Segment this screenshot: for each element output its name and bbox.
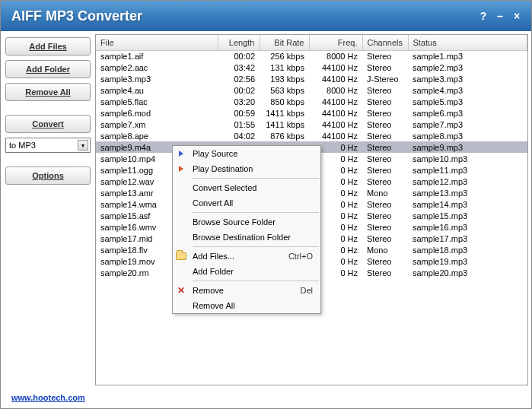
table-row[interactable]: sample6.mod00:591411 kbps44100 HzStereos… bbox=[96, 107, 527, 119]
cell-status: sample7.mp3 bbox=[408, 119, 527, 130]
options-button[interactable]: Options bbox=[5, 166, 91, 185]
col-freq[interactable]: Freq. bbox=[309, 35, 362, 50]
cell-channels: Stereo bbox=[362, 50, 408, 62]
remove-all-button[interactable]: Remove All bbox=[5, 83, 91, 101]
cell-channels: Stereo bbox=[362, 107, 408, 119]
cell-status: sample6.mp3 bbox=[408, 107, 527, 119]
cell-channels: Stereo bbox=[362, 84, 408, 96]
cell-file: sample1.aif bbox=[96, 50, 218, 62]
menu-browse-source[interactable]: Browse Source Folder bbox=[173, 214, 320, 230]
cell-freq: 44100 Hz bbox=[309, 62, 362, 73]
menu-separator bbox=[193, 178, 319, 179]
cell-channels: Stereo bbox=[362, 130, 408, 141]
format-select[interactable]: to MP3 ▾ bbox=[5, 138, 91, 153]
cell-status: sample17.mp3 bbox=[408, 233, 527, 244]
cell-bitrate: 256 kbps bbox=[260, 50, 309, 62]
cell-file: sample2.aac bbox=[96, 62, 218, 73]
cell-freq: 44100 Hz bbox=[309, 130, 362, 141]
cell-freq: 44100 Hz bbox=[309, 119, 362, 130]
play-icon bbox=[173, 166, 190, 172]
cell-freq: 44100 Hz bbox=[309, 107, 362, 119]
menu-convert-selected[interactable]: Convert Selected bbox=[173, 180, 320, 195]
format-select-value: to MP3 bbox=[9, 141, 36, 150]
table-row[interactable]: sample4.au00:02563 kbps8000 HzStereosamp… bbox=[96, 84, 527, 96]
cell-file: sample8.ape bbox=[96, 130, 218, 141]
add-files-button[interactable]: Add Files bbox=[5, 37, 91, 55]
cell-status: sample2.mp3 bbox=[408, 62, 527, 73]
cell-bitrate: 193 kbps bbox=[260, 73, 309, 84]
menu-separator bbox=[193, 246, 319, 247]
cell-channels: Stereo bbox=[362, 164, 408, 176]
col-channels[interactable]: Channels bbox=[362, 35, 408, 50]
cell-channels: Stereo bbox=[362, 255, 408, 267]
footer: www.hootech.com bbox=[1, 388, 531, 407]
menu-separator bbox=[193, 281, 319, 281]
menu-convert-all[interactable]: Convert All bbox=[173, 195, 320, 211]
window-title: AIFF MP3 Converter bbox=[11, 8, 473, 24]
content-area: Add Files Add Folder Remove All Convert … bbox=[1, 31, 531, 388]
cell-channels: Stereo bbox=[362, 233, 408, 244]
menu-browse-dest[interactable]: Browse Destination Folder bbox=[173, 230, 320, 245]
cell-file: sample4.au bbox=[96, 84, 218, 96]
table-row[interactable]: sample1.aif00:02256 kbps8000 HzStereosam… bbox=[96, 50, 527, 62]
file-list-panel: File Length Bit Rate Freq. Channels Stat… bbox=[95, 34, 528, 385]
table-row[interactable]: sample3.mp302:56193 kbps44100 HzJ-Stereo… bbox=[96, 73, 527, 84]
cell-file: sample7.xm bbox=[96, 119, 218, 130]
cell-channels: Stereo bbox=[362, 221, 408, 233]
table-row[interactable]: sample5.flac03:20850 kbps44100 HzStereos… bbox=[96, 96, 527, 107]
delete-icon: ✕ bbox=[173, 285, 190, 296]
add-folder-button[interactable]: Add Folder bbox=[5, 60, 91, 78]
cell-file: sample3.mp3 bbox=[96, 73, 218, 84]
cell-status: sample10.mp3 bbox=[408, 153, 527, 164]
cell-length: 02:56 bbox=[218, 73, 260, 84]
cell-channels: Stereo bbox=[362, 198, 408, 210]
menu-play-source[interactable]: Play Source bbox=[173, 146, 320, 161]
menu-remove-all[interactable]: Remove All bbox=[173, 298, 320, 313]
cell-length: 01:55 bbox=[218, 119, 260, 130]
table-row[interactable]: sample7.xm01:551411 kbps44100 HzStereosa… bbox=[96, 119, 527, 130]
cell-status: sample4.mp3 bbox=[408, 84, 527, 96]
cell-bitrate: 1411 kbps bbox=[260, 107, 309, 119]
minimize-button[interactable]: – bbox=[493, 10, 507, 22]
cell-bitrate: 131 kbps bbox=[260, 62, 309, 73]
cell-channels: Stereo bbox=[362, 176, 408, 187]
cell-file: sample6.mod bbox=[96, 107, 218, 119]
col-bitrate[interactable]: Bit Rate bbox=[260, 35, 309, 50]
table-row[interactable]: sample2.aac03:42131 kbps44100 HzStereosa… bbox=[96, 62, 527, 73]
cell-channels: Stereo bbox=[362, 96, 408, 107]
cell-status: sample16.mp3 bbox=[408, 221, 527, 233]
cell-freq: 8000 Hz bbox=[309, 84, 362, 96]
titlebar: AIFF MP3 Converter ? – × bbox=[1, 1, 531, 31]
col-status[interactable]: Status bbox=[408, 35, 527, 50]
cell-channels: Stereo bbox=[362, 267, 408, 278]
website-link[interactable]: www.hootech.com bbox=[11, 393, 85, 402]
help-button[interactable]: ? bbox=[476, 10, 490, 22]
cell-freq: 44100 Hz bbox=[309, 96, 362, 107]
cell-length: 04:02 bbox=[218, 130, 260, 141]
cell-channels: Stereo bbox=[362, 210, 408, 221]
cell-channels: Stereo bbox=[362, 153, 408, 164]
cell-status: sample19.mp3 bbox=[408, 255, 527, 267]
menu-play-destination[interactable]: Play Destination bbox=[173, 161, 320, 176]
cell-channels: Mono bbox=[362, 187, 408, 198]
cell-freq: 8000 Hz bbox=[309, 50, 362, 62]
table-header-row: File Length Bit Rate Freq. Channels Stat… bbox=[96, 35, 527, 50]
cell-bitrate: 876 kbps bbox=[260, 130, 309, 141]
cell-status: sample14.mp3 bbox=[408, 198, 527, 210]
col-file[interactable]: File bbox=[96, 35, 218, 50]
convert-button[interactable]: Convert bbox=[5, 115, 91, 133]
folder-open-icon bbox=[173, 252, 190, 260]
table-row[interactable]: sample8.ape04:02876 kbps44100 HzStereosa… bbox=[96, 130, 527, 141]
cell-status: sample9.mp3 bbox=[408, 141, 527, 153]
cell-channels: Stereo bbox=[362, 62, 408, 73]
cell-freq: 44100 Hz bbox=[309, 73, 362, 84]
menu-add-files[interactable]: Add Files... Ctrl+O bbox=[173, 249, 320, 264]
menu-remove[interactable]: ✕ Remove Del bbox=[173, 283, 320, 298]
cell-status: sample11.mp3 bbox=[408, 164, 527, 176]
close-button[interactable]: × bbox=[510, 10, 524, 22]
cell-bitrate: 563 kbps bbox=[260, 84, 309, 96]
menu-add-folder[interactable]: Add Folder bbox=[173, 264, 320, 279]
chevron-down-icon: ▾ bbox=[78, 140, 88, 151]
col-length[interactable]: Length bbox=[218, 35, 260, 50]
shortcut-label: Del bbox=[300, 286, 316, 295]
